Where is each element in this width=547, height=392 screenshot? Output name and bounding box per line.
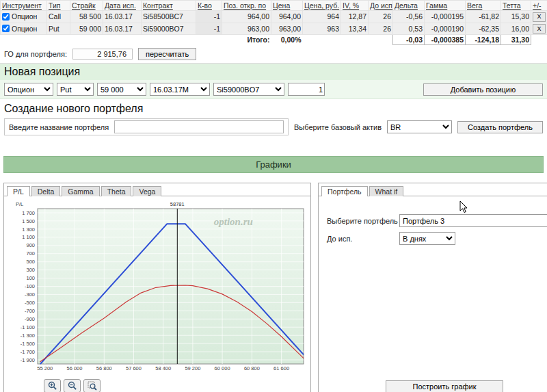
cell-instrument: Опцион	[1, 23, 47, 35]
sort-qty-link[interactable]: К-во	[198, 1, 212, 10]
instrument-label: Опцион	[12, 25, 37, 33]
cell-theta: 16,00	[501, 23, 531, 35]
sort-iv-link[interactable]: IV, %	[343, 1, 359, 10]
option-type-select[interactable]: Put	[57, 83, 94, 96]
svg-text:100: 100	[26, 275, 35, 281]
positions-table: Инструмент Тип Страйк Дата исп. Контракт…	[0, 0, 547, 45]
cell-contract: Si59000BO7	[142, 23, 196, 35]
sort-theta-link[interactable]: Тетта	[503, 1, 521, 10]
expiry-select[interactable]: 16.03.17М	[150, 83, 210, 96]
totals-percent: 0,00%	[271, 35, 303, 45]
totals-vega: -124,18	[466, 35, 501, 45]
sort-expiry-link[interactable]: Дата исп.	[105, 1, 136, 10]
portfolio-select[interactable]: Портфель 3	[399, 214, 547, 227]
pl-chart-svg: 1 7001 5001 3001 100900700500300100-100-…	[6, 198, 310, 378]
col-header-qty: К-во	[196, 1, 222, 11]
zoom-reset-button[interactable]	[83, 379, 101, 392]
quantity-input[interactable]	[288, 83, 325, 96]
svg-text:-500: -500	[25, 300, 35, 306]
cell-gamma: -0,000195	[425, 11, 466, 23]
svg-text:56 000: 56 000	[67, 365, 83, 371]
col-header-contract: Контракт	[142, 1, 196, 11]
base-asset-select[interactable]: BR	[387, 120, 452, 133]
svg-text:58781: 58781	[170, 201, 185, 207]
sort-instrument-link[interactable]: Инструмент	[2, 1, 42, 10]
build-chart-button[interactable]: Построить график	[386, 380, 503, 392]
sort-price-rub-link[interactable]: Цена, руб.	[304, 1, 339, 10]
days-select-row: До исп. В днях	[327, 232, 547, 245]
tab-delta[interactable]: Delta	[31, 186, 61, 196]
delete-position-button[interactable]: X	[533, 12, 546, 22]
col-header-price: Цена	[271, 1, 303, 11]
col-header-strike: Страйк	[70, 1, 103, 11]
svg-text:1 700: 1 700	[22, 210, 35, 216]
tab-pl[interactable]: P/L	[7, 186, 30, 196]
tab-gamma[interactable]: Gamma	[62, 186, 99, 196]
cell-vega: -61,82	[466, 11, 501, 23]
sort-strike-link[interactable]: Страйк	[72, 1, 96, 10]
cell-type: Put	[47, 23, 70, 35]
add-position-button[interactable]: Добавить позицию	[423, 83, 543, 96]
sort-type-link[interactable]: Тип	[49, 1, 61, 10]
sort-price-link[interactable]: Цена	[273, 1, 290, 10]
sort-vega-link[interactable]: Вега	[467, 1, 482, 10]
svg-text:-1 500: -1 500	[21, 341, 35, 347]
sort-delta-link[interactable]: Дельта	[395, 1, 418, 10]
instrument-label: Опцион	[12, 12, 37, 21]
col-header-vega: Вега	[466, 1, 501, 11]
portfolio-name-input[interactable]	[114, 120, 284, 133]
portfolio-name-label: Введите название портфеля	[9, 123, 109, 131]
cell-gamma: -0,000190	[425, 23, 466, 35]
sort-plus-minus-link[interactable]: +/-	[533, 1, 542, 10]
svg-text:-700: -700	[25, 308, 35, 314]
cell-iv: 13,34	[341, 23, 369, 35]
zoom-controls	[44, 379, 310, 392]
col-header-expiry: Дата исп.	[103, 1, 142, 11]
sort-contract-link[interactable]: Контракт	[143, 1, 173, 10]
sort-days-link[interactable]: До исп.	[370, 1, 393, 10]
instrument-select[interactable]: Опцион	[4, 83, 53, 96]
cell-type: Call	[47, 11, 70, 23]
strike-select[interactable]: 59 000	[97, 83, 146, 96]
sort-gamma-link[interactable]: Гамма	[426, 1, 447, 10]
delete-position-button[interactable]: X	[533, 24, 546, 34]
svg-text:59 200: 59 200	[185, 365, 200, 371]
cell-iv: 12,87	[341, 11, 369, 23]
totals-gamma: -0,000385	[425, 35, 466, 45]
zoom-out-icon	[68, 381, 77, 391]
cell-open-price: 963,00	[222, 23, 271, 35]
sort-open-price-link[interactable]: Поз. откр. по	[224, 1, 266, 10]
contract-select[interactable]: Si59000BO7	[213, 83, 284, 96]
zoom-out-button[interactable]	[64, 379, 81, 392]
position-checkbox[interactable]	[2, 13, 10, 21]
svg-text:1 500: 1 500	[22, 218, 35, 224]
base-asset-label: Выберите базовый актив	[294, 123, 382, 131]
svg-text:900: 900	[26, 242, 35, 248]
tab-what-if[interactable]: What if	[369, 186, 404, 196]
totals-row: Итого: 0,00% -0,03 -0,000385 -124,18 31,…	[1, 35, 547, 45]
tab-vega[interactable]: Vega	[133, 186, 161, 196]
position-checkbox[interactable]	[2, 25, 10, 32]
svg-text:700: 700	[26, 250, 35, 257]
svg-text:-100: -100	[25, 283, 35, 289]
zoom-in-button[interactable]	[44, 379, 61, 392]
create-portfolio-button[interactable]: Создать портфель	[457, 121, 543, 133]
new-position-row: Опцион Put 59 000 16.03.17М Si59000BO7 Д…	[0, 80, 547, 99]
chart-panel: P/L Delta Gamma Theta Vega 1 7001 5001 3…	[3, 183, 311, 392]
portfolio-form: Выберите портфель Портфель 3 До исп. В д…	[327, 214, 547, 245]
days-mode-select[interactable]: В днях	[399, 232, 455, 245]
cell-vega: -62,35	[466, 23, 501, 35]
tab-portfolio[interactable]: Портфель	[321, 186, 368, 196]
col-header-instrument: Инструмент	[1, 1, 47, 11]
new-portfolio-title: Создание нового портфеля	[0, 99, 547, 117]
col-header-delta: Дельта	[393, 1, 425, 11]
svg-text:58 400: 58 400	[155, 365, 171, 371]
col-header-price-rub: Цена, руб.	[303, 1, 341, 11]
col-header-open-price: Поз. откр. по	[222, 1, 271, 11]
recalculate-button[interactable]: пересчитать	[138, 48, 196, 60]
svg-text:-1 700: -1 700	[21, 349, 35, 355]
cell-open-price: 964,00	[222, 11, 271, 23]
svg-text:60 000: 60 000	[215, 365, 230, 371]
svg-text:-300: -300	[25, 291, 35, 298]
tab-theta[interactable]: Theta	[101, 186, 132, 196]
